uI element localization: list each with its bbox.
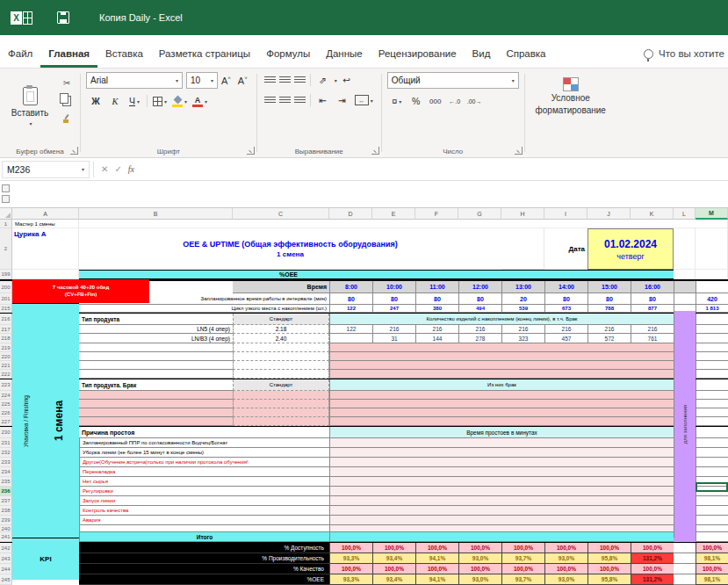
row-header[interactable]: 216 bbox=[0, 314, 12, 325]
kpi-value-cell[interactable]: 100,0% bbox=[544, 564, 587, 574]
kpi-value-cell[interactable]: 93,0% bbox=[544, 553, 587, 564]
col-header[interactable]: K bbox=[631, 208, 674, 220]
cell[interactable] bbox=[233, 343, 329, 352]
cell[interactable] bbox=[674, 281, 696, 293]
kpi-value-cell[interactable]: 93,0% bbox=[544, 574, 587, 585]
col-header[interactable]: H bbox=[501, 208, 544, 220]
selected-cell-M236[interactable] bbox=[696, 482, 728, 492]
downtime-value-cells[interactable] bbox=[329, 458, 674, 467]
decrease-font-size-icon[interactable]: A bbox=[234, 76, 251, 86]
cell[interactable] bbox=[674, 228, 696, 270]
cell[interactable] bbox=[674, 574, 696, 585]
cell[interactable] bbox=[696, 391, 728, 400]
save-icon[interactable] bbox=[57, 11, 69, 24]
planned-minutes-cell[interactable]: 80 bbox=[544, 293, 587, 305]
col-header[interactable]: C bbox=[233, 208, 329, 220]
product-qty-cell[interactable]: 216 bbox=[415, 325, 458, 334]
downtime-reason-cell[interactable]: Авария bbox=[79, 516, 329, 525]
product-standard-cell[interactable]: 2.40 bbox=[233, 334, 329, 343]
row-header[interactable]: 217 bbox=[0, 325, 12, 334]
cell[interactable] bbox=[79, 220, 728, 228]
kpi-value-cell[interactable]: 100,0% bbox=[329, 564, 372, 574]
ribbon-tab[interactable]: Вид bbox=[465, 48, 499, 68]
row-header[interactable]: 237 bbox=[0, 496, 12, 506]
orientation-icon[interactable] bbox=[314, 72, 333, 88]
cell[interactable] bbox=[12, 270, 79, 279]
row-header[interactable]: 223 bbox=[0, 379, 12, 391]
downtime-reason-header[interactable]: Причина простоя bbox=[79, 427, 329, 438]
product-qty-cell[interactable]: 216 bbox=[458, 325, 501, 334]
align-left-icon[interactable] bbox=[264, 97, 276, 105]
cycle-value-cell[interactable]: 494 bbox=[458, 305, 501, 313]
defect-header[interactable]: Из них брак bbox=[329, 379, 674, 391]
date-cell[interactable]: 01.02.2024 четверг bbox=[587, 228, 674, 270]
cell[interactable] bbox=[696, 516, 728, 525]
product-qty-cell[interactable]: 457 bbox=[544, 334, 587, 343]
kpi-label-cell[interactable]: % Производительность bbox=[79, 553, 329, 564]
downtime-reason-cell[interactable]: Другое(Обучение,встреча)только при налич… bbox=[79, 458, 329, 467]
standard-header[interactable]: Стандарт bbox=[233, 314, 329, 325]
downtime-value-cells[interactable] bbox=[329, 496, 674, 506]
paste-button[interactable]: Вставить bbox=[5, 72, 54, 141]
row-header[interactable]: 241 bbox=[0, 532, 12, 542]
tell-me-search[interactable]: Что вы хотите bbox=[640, 48, 728, 68]
kpi-value-cell[interactable]: 100,0% bbox=[587, 543, 631, 553]
downtime-value-cells[interactable] bbox=[329, 477, 674, 487]
kpi-value-cell[interactable]: 100,0% bbox=[631, 543, 674, 553]
decrease-decimal-button[interactable]: .00→ bbox=[465, 93, 485, 109]
kpi-value-cell[interactable]: 93,4% bbox=[372, 574, 415, 585]
kpi-value-cell[interactable]: 100,0% bbox=[415, 543, 458, 553]
downtime-minutes-header[interactable]: Время простоев в минутах bbox=[329, 427, 674, 438]
cycle-value-cell[interactable]: 247 bbox=[372, 305, 415, 313]
accounting-format-button[interactable] bbox=[387, 93, 407, 109]
empty-cells[interactable] bbox=[329, 343, 674, 352]
cell[interactable] bbox=[696, 438, 728, 448]
cell[interactable] bbox=[79, 391, 233, 400]
formula-input[interactable] bbox=[138, 161, 728, 178]
kpi-value-cell[interactable]: 100,0% bbox=[329, 543, 372, 553]
italic-button[interactable]: К bbox=[105, 93, 125, 109]
kpi-value-cell[interactable]: 131,2% bbox=[631, 574, 674, 585]
cell[interactable] bbox=[233, 408, 329, 417]
kpi-value-cell[interactable]: 100,0% bbox=[544, 543, 587, 553]
total-label-cell[interactable]: Итого bbox=[79, 532, 329, 542]
downtime-value-cells[interactable] bbox=[329, 487, 674, 496]
empty-cells[interactable] bbox=[329, 370, 674, 379]
ribbon-tab[interactable]: Разметка страницы bbox=[151, 48, 258, 68]
cell[interactable] bbox=[696, 448, 728, 458]
dialog-launcher-icon[interactable] bbox=[247, 147, 255, 155]
row-header[interactable]: 239 bbox=[0, 516, 12, 525]
empty-cells[interactable] bbox=[329, 361, 674, 370]
empty-cells[interactable] bbox=[329, 525, 674, 532]
planned-minutes-cell[interactable]: 80 bbox=[415, 293, 458, 305]
align-center-icon[interactable] bbox=[279, 97, 291, 105]
downtime-value-cells[interactable] bbox=[329, 438, 674, 448]
kpi-value-cell[interactable]: 131,2% bbox=[631, 553, 674, 564]
product-qty-cell[interactable]: 761 bbox=[631, 334, 674, 343]
col-header[interactable]: J bbox=[587, 208, 631, 220]
font-size-select[interactable]: 10 bbox=[186, 72, 218, 89]
col-header[interactable]: G bbox=[458, 208, 501, 220]
time-header-cell[interactable]: 11:00 bbox=[415, 281, 458, 293]
outline-button[interactable] bbox=[2, 184, 10, 192]
outline-button[interactable] bbox=[2, 195, 10, 203]
increase-font-size-icon[interactable]: A bbox=[218, 76, 234, 86]
cell[interactable] bbox=[233, 370, 329, 379]
cell[interactable] bbox=[696, 334, 728, 343]
enter-icon[interactable] bbox=[114, 164, 121, 174]
cell[interactable] bbox=[674, 564, 696, 574]
kpi-value-cell[interactable]: 100,0% bbox=[415, 564, 458, 574]
product-qty-cell[interactable]: 572 bbox=[587, 334, 631, 343]
dialog-launcher-icon[interactable] bbox=[371, 147, 379, 155]
time-header-cell[interactable]: 15:00 bbox=[587, 281, 631, 293]
cell[interactable] bbox=[501, 228, 544, 270]
ribbon-tab[interactable]: Справка bbox=[498, 48, 553, 68]
kpi-value-cell[interactable]: 100,0% bbox=[458, 543, 501, 553]
cell[interactable] bbox=[696, 506, 728, 516]
kpi-value-cell[interactable]: 93,0% bbox=[458, 574, 501, 585]
row-header[interactable]: 200 bbox=[0, 281, 12, 293]
product-qty-cell[interactable]: 216 bbox=[587, 325, 631, 334]
row-header[interactable]: 219 bbox=[0, 343, 12, 352]
kpi-value-cell[interactable]: 93,7% bbox=[501, 574, 544, 585]
font-color-button[interactable] bbox=[190, 93, 210, 109]
